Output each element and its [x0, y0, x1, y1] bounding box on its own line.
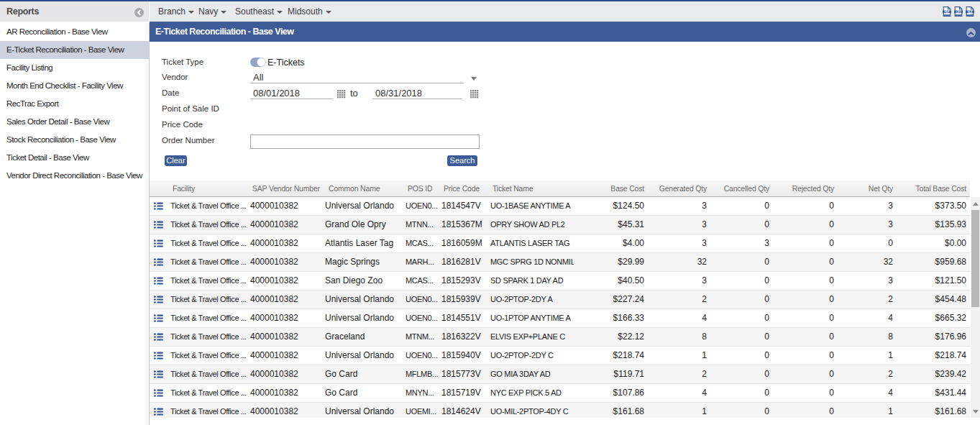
svg-text:CSV: CSV: [956, 11, 962, 14]
svg-text:PDF: PDF: [945, 11, 950, 14]
svg-text:XLS: XLS: [968, 11, 973, 14]
